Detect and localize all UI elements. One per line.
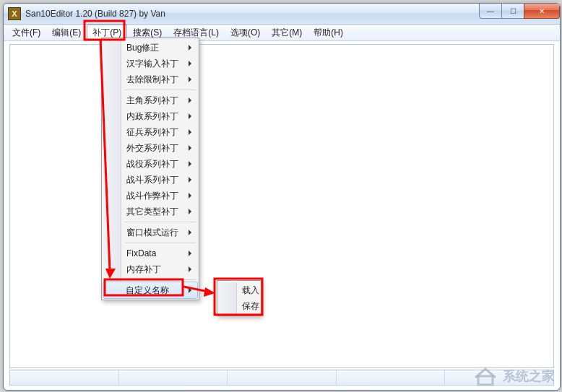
menu-item-other-type-patch[interactable]: 其它类型补丁 (103, 204, 197, 219)
menu-file[interactable]: 文件(F) (7, 25, 46, 40)
submenu-arrow-icon (189, 145, 191, 151)
menu-separator (125, 243, 196, 243)
menubar: 文件(F) 编辑(E) 补丁(P) 搜索(S) 存档语言(L) 选项(O) 其它… (4, 25, 560, 41)
titlebar: X San10Editor 1.20 (Build 827) by Van — … (4, 4, 560, 25)
caption-buttons: — ☐ ✕ (480, 4, 560, 18)
statusbar-segment (10, 370, 119, 385)
statusbar-segment (337, 370, 446, 385)
menu-item-hanzi-input-patch[interactable]: 汉字输入补丁 (103, 56, 197, 71)
menu-item-memory-patch[interactable]: 内存补丁 (103, 261, 197, 277)
custom-name-submenu: 载入 保存 (217, 280, 261, 316)
menu-item-conscript-patch[interactable]: 征兵系列补丁 (103, 124, 197, 140)
submenu-arrow-icon (189, 97, 191, 103)
menu-help-label: 帮助(H) (314, 27, 343, 39)
menu-item-label: 征兵系列补丁 (126, 126, 178, 139)
statusbar-segment (228, 370, 337, 385)
submenu-arrow-icon (189, 287, 191, 293)
menu-options[interactable]: 选项(O) (225, 25, 266, 40)
app-icon-letter: X (12, 9, 17, 18)
menu-item-label: FixData (126, 248, 156, 258)
menu-item-politics-patch[interactable]: 内政系列补丁 (103, 108, 197, 124)
submenu-arrow-icon (189, 113, 191, 119)
menu-item-label: 战役系列补丁 (126, 158, 178, 170)
submenu-arrow-icon (189, 45, 191, 51)
menu-patch-label: 补丁(P) (92, 27, 121, 39)
submenu-arrow-icon (189, 77, 191, 82)
submenu-item-save[interactable]: 保存 (219, 298, 262, 314)
svg-rect-7 (478, 376, 493, 385)
menu-separator (125, 222, 196, 222)
submenu-arrow-icon (189, 61, 191, 66)
app-icon: X (8, 7, 21, 20)
menu-item-window-mode[interactable]: 窗口模式运行 (103, 225, 197, 240)
menu-item-fixdata[interactable]: FixData (103, 245, 197, 261)
menu-other[interactable]: 其它(M) (266, 25, 308, 40)
menu-separator (125, 279, 196, 280)
menu-item-diplomacy-patch[interactable]: 外交系列补丁 (103, 140, 197, 156)
menu-item-label: 战斗系列补丁 (126, 174, 178, 186)
minimize-icon: — (487, 7, 494, 15)
minimize-button[interactable]: — (479, 4, 502, 19)
menu-item-label: 其它类型补丁 (126, 206, 178, 218)
watermark-text: 系统之家 (503, 367, 555, 385)
watermark: 系统之家 (472, 366, 555, 386)
menu-item-label: 战斗作弊补丁 (126, 190, 178, 202)
submenu-arrow-icon (189, 177, 191, 183)
maximize-button[interactable]: ☐ (501, 4, 524, 19)
menu-help[interactable]: 帮助(H) (308, 25, 349, 40)
watermark-house-icon (472, 366, 498, 386)
submenu-arrow-icon (189, 129, 191, 135)
menu-edit-label: 编辑(E) (52, 27, 81, 39)
menu-item-bug-fix[interactable]: Bug修正 (103, 40, 197, 56)
submenu-item-load[interactable]: 载入 (219, 282, 262, 298)
menu-item-label: 保存 (242, 300, 259, 313)
menu-save-language-label: 存档语言(L) (173, 27, 219, 39)
submenu-arrow-icon (189, 193, 191, 199)
maximize-icon: ☐ (510, 7, 516, 15)
menu-item-custom-name[interactable]: 自定义名称 (103, 282, 198, 299)
submenu-arrow-icon (189, 230, 191, 235)
menu-other-label: 其它(M) (272, 27, 302, 39)
menu-item-label: 窗口模式运行 (126, 227, 178, 239)
window-title: San10Editor 1.20 (Build 827) by Van (25, 9, 165, 19)
menu-item-label: 去除限制补丁 (126, 74, 178, 86)
menu-item-protagonist-patch[interactable]: 主角系列补丁 (103, 92, 197, 108)
close-icon: ✕ (539, 7, 545, 15)
menu-item-label: 汉字输入补丁 (126, 58, 178, 70)
menu-item-battle-patch[interactable]: 战斗系列补丁 (103, 172, 197, 188)
menu-item-campaign-patch[interactable]: 战役系列补丁 (103, 156, 197, 172)
menu-options-label: 选项(O) (230, 27, 260, 39)
menu-search-label: 搜索(S) (133, 27, 162, 39)
menu-item-label: 主角系列补丁 (126, 95, 178, 107)
menu-item-battle-cheat-patch[interactable]: 战斗作弊补丁 (103, 188, 197, 204)
submenu-arrow-icon (189, 251, 191, 256)
menu-item-label: 自定义名称 (126, 284, 169, 297)
menu-item-label: 内政系列补丁 (126, 110, 178, 123)
menu-item-label: 载入 (242, 284, 259, 297)
app-window: X San10Editor 1.20 (Build 827) by Van — … (3, 3, 561, 391)
patch-dropdown-menu: Bug修正 汉字输入补丁 去除限制补丁 主角系列补丁 内政系列补丁 征兵系列补丁… (101, 38, 199, 300)
menu-item-label: Bug修正 (126, 42, 159, 54)
submenu-arrow-icon (189, 266, 191, 272)
submenu-arrow-icon (189, 209, 191, 214)
client-area (9, 44, 554, 368)
submenu-arrow-icon (189, 161, 191, 167)
close-button[interactable]: ✕ (524, 4, 560, 19)
menu-separator (125, 90, 196, 90)
statusbar-segment (119, 370, 228, 385)
menu-item-label: 内存补丁 (126, 263, 161, 276)
menu-file-label: 文件(F) (12, 27, 40, 39)
menu-edit[interactable]: 编辑(E) (46, 25, 87, 40)
menu-item-remove-limit-patch[interactable]: 去除限制补丁 (103, 71, 197, 87)
menu-item-label: 外交系列补丁 (126, 142, 178, 154)
